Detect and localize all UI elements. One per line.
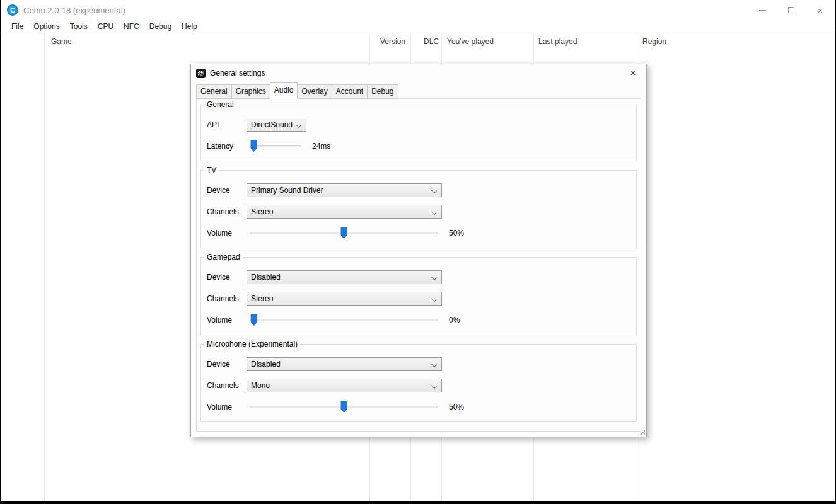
column-header-region[interactable]: Region <box>637 37 826 49</box>
field-label: Volume <box>207 316 247 324</box>
group-tv: TV Device Primary Sound Driver Channels … <box>200 170 637 248</box>
close-button[interactable]: × <box>806 0 835 20</box>
gamepad-volume-slider[interactable] <box>250 313 438 327</box>
slider-thumb[interactable] <box>250 314 257 326</box>
mic-device-row: Device Disabled <box>207 357 629 371</box>
gamepad-volume-row: Volume 0% <box>207 313 629 327</box>
field-label: Device <box>207 360 247 369</box>
tab-overlay[interactable]: Overlay <box>297 84 332 99</box>
mic-volume-row: Volume 50% <box>207 400 629 414</box>
latency-slider[interactable] <box>250 139 301 153</box>
latency-row: Latency 24ms <box>207 139 629 153</box>
group-title: General <box>204 100 236 109</box>
group-microphone: Microphone (Experimental) Device Disable… <box>200 344 637 422</box>
selected-value: Stereo <box>251 294 273 303</box>
maximize-icon <box>788 7 794 13</box>
column-header-game[interactable]: Game <box>44 37 369 49</box>
mic-channels-select[interactable]: Mono <box>247 379 442 392</box>
menu-file[interactable]: File <box>6 20 28 33</box>
column-divider <box>44 33 45 501</box>
gear-icon <box>196 69 206 78</box>
field-label: Channels <box>207 207 247 216</box>
selected-value: Mono <box>251 381 270 390</box>
group-title: TV <box>204 166 219 175</box>
selected-value: Stereo <box>251 207 273 216</box>
gamepad-channels-row: Channels Stereo <box>207 292 629 306</box>
chevron-down-icon <box>431 296 437 302</box>
cemu-app-icon: C <box>7 4 18 16</box>
field-label: Latency <box>207 142 247 151</box>
tab-audio[interactable]: Audio <box>270 82 298 99</box>
column-header-version[interactable]: Version <box>369 37 410 49</box>
field-label: Volume <box>207 403 247 411</box>
column-header-last-played[interactable]: Last played <box>533 37 637 49</box>
menu-nfc[interactable]: NFC <box>119 20 144 33</box>
chevron-down-icon <box>431 188 437 193</box>
selected-value: DirectSound <box>251 120 293 129</box>
mic-volume-value: 50% <box>449 403 464 411</box>
tab-general[interactable]: General <box>196 84 232 99</box>
chevron-down-icon <box>431 362 437 367</box>
close-icon: × <box>818 6 823 15</box>
group-title: Microphone (Experimental) <box>204 340 300 348</box>
tv-volume-slider[interactable] <box>250 226 438 240</box>
dialog-close-button[interactable]: × <box>625 65 641 81</box>
field-label: Device <box>207 273 247 282</box>
slider-thumb[interactable] <box>340 401 347 413</box>
tv-device-select[interactable]: Primary Sound Driver <box>247 183 442 197</box>
slider-track <box>250 319 438 321</box>
window-controls: × <box>748 0 835 20</box>
chevron-down-icon <box>296 122 301 128</box>
tv-channels-select[interactable]: Stereo <box>247 205 442 219</box>
tab-debug[interactable]: Debug <box>367 84 398 99</box>
group-general: General API DirectSound Latency 24ms <box>200 105 637 161</box>
group-title: Gamepad <box>204 253 243 261</box>
selected-value: Primary Sound Driver <box>251 186 323 195</box>
field-label: Device <box>207 186 247 195</box>
tv-channels-row: Channels Stereo <box>207 205 629 219</box>
mic-volume-slider[interactable] <box>250 400 438 414</box>
field-label: Channels <box>207 381 247 390</box>
tv-device-row: Device Primary Sound Driver <box>207 183 629 197</box>
audio-tab-panel: General API DirectSound Latency 24ms TV <box>196 98 641 432</box>
settings-tabstrip: General Graphics Audio Overlay Account D… <box>191 82 646 99</box>
slider-track <box>250 145 301 147</box>
menu-cpu[interactable]: CPU <box>93 20 119 33</box>
tv-volume-value: 50% <box>449 229 464 238</box>
title-bar: C Cemu 2.0-18 (experimental) × <box>1 0 835 20</box>
dialog-title: General settings <box>210 69 265 77</box>
slider-thumb[interactable] <box>250 140 257 152</box>
mic-channels-row: Channels Mono <box>207 379 629 392</box>
column-header-dlc[interactable]: DLC <box>410 37 441 49</box>
tab-account[interactable]: Account <box>332 84 368 99</box>
selected-value: Disabled <box>251 273 281 282</box>
api-row: API DirectSound <box>207 118 629 132</box>
menu-bar: File Options Tools CPU NFC Debug Help <box>1 20 835 33</box>
menu-debug[interactable]: Debug <box>144 20 177 33</box>
gamepad-device-row: Device Disabled <box>207 270 629 284</box>
menu-help[interactable]: Help <box>177 20 202 33</box>
menu-options[interactable]: Options <box>28 20 64 33</box>
gamepad-volume-value: 0% <box>449 316 460 324</box>
menu-tools[interactable]: Tools <box>65 20 93 33</box>
selected-value: Disabled <box>251 360 281 369</box>
gamepad-channels-select[interactable]: Stereo <box>247 292 442 306</box>
field-label: API <box>207 120 247 129</box>
chevron-down-icon <box>431 275 437 280</box>
minimize-icon <box>759 10 766 11</box>
tab-graphics[interactable]: Graphics <box>231 84 270 99</box>
general-settings-dialog: General settings × General Graphics Audi… <box>190 64 647 437</box>
window-title: Cemu 2.0-18 (experimental) <box>23 6 125 15</box>
minimize-button[interactable] <box>748 0 777 20</box>
tv-volume-row: Volume 50% <box>207 226 629 240</box>
mic-device-select[interactable]: Disabled <box>247 357 442 371</box>
latency-value: 24ms <box>312 142 330 151</box>
slider-thumb[interactable] <box>340 227 347 239</box>
maximize-button[interactable] <box>777 0 806 20</box>
column-header-youve-played[interactable]: You've played <box>441 37 533 49</box>
dialog-title-bar[interactable]: General settings × <box>191 64 646 82</box>
group-gamepad: Gamepad Device Disabled Channels Stereo … <box>200 257 637 335</box>
field-label: Channels <box>207 294 247 303</box>
api-select[interactable]: DirectSound <box>247 118 306 132</box>
gamepad-device-select[interactable]: Disabled <box>247 270 442 284</box>
